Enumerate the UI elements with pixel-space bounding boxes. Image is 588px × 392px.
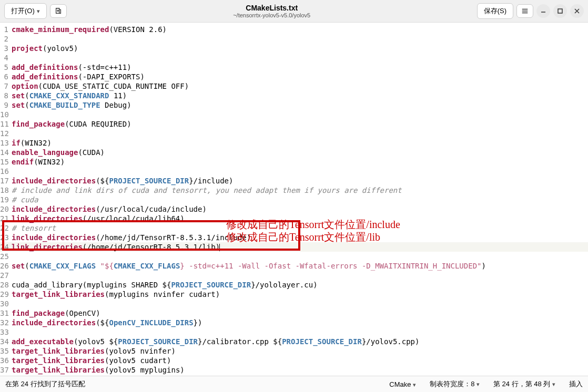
code-line[interactable]: 27 (0, 271, 588, 280)
code-line[interactable]: 8set(CMAKE_CXX_STANDARD 11) (0, 91, 588, 100)
code-line[interactable]: 21link_directories(/usr/local/cuda/lib64… (0, 214, 588, 223)
code-line[interactable]: 25 (0, 252, 588, 261)
code-line[interactable]: 32include_directories(${OpenCV_INCLUDE_D… (0, 318, 588, 327)
line-number: 16 (0, 167, 12, 176)
status-language[interactable]: CMake ▾ (389, 380, 416, 388)
code-line[interactable]: 13if(WIN32) (0, 138, 588, 148)
titlebar-center: CMakeLists.txt ~/tensorrtx-yolov5-v5.0/y… (67, 4, 477, 18)
window-title: CMakeLists.txt (67, 4, 477, 12)
code-line[interactable]: 5add_definitions(-std=c++11) (0, 63, 588, 72)
line-code: cuda_add_library(myplugins SHARED ${PROJ… (12, 280, 588, 290)
code-line[interactable]: 30 (0, 299, 588, 308)
editor-area[interactable]: 1cmake_minimum_required(VERSION 2.6)23pr… (0, 23, 588, 376)
line-code: add_definitions(-DAPI_EXPORTS) (12, 72, 588, 81)
line-number: 4 (0, 53, 12, 63)
line-code: include_directories(${PROJECT_SOURCE_DIR… (12, 176, 588, 185)
chevron-down-icon: ▾ (552, 381, 555, 387)
code-line[interactable]: 6add_definitions(-DAPI_EXPORTS) (0, 72, 588, 81)
line-code: enable_language(CUDA) (12, 148, 588, 157)
titlebar-right: 保存(S) (477, 3, 584, 19)
line-number: 37 (0, 365, 12, 375)
code-line[interactable]: 36target_link_libraries(yolov5 cudart) (0, 356, 588, 365)
status-tabwidth[interactable]: 制表符宽度：8 ▾ (430, 379, 480, 389)
status-position[interactable]: 第 24 行，第 48 列 ▾ (493, 379, 555, 389)
code-line[interactable]: 31find_package(OpenCV) (0, 308, 588, 318)
line-number: 29 (0, 290, 12, 299)
window-subtitle: ~/tensorrtx-yolov5-v5.0/yolov5 (67, 12, 477, 18)
line-code: find_package(OpenCV) (12, 308, 588, 318)
code-line[interactable]: 22# tensorrt (0, 223, 588, 233)
code-line[interactable]: 14enable_language(CUDA) (0, 148, 588, 157)
code-line[interactable]: 3project(yolov5) (0, 44, 588, 53)
code-line[interactable]: 23include_directories(/home/jd/TensorRT-… (0, 233, 588, 242)
code-line[interactable]: 9set(CMAKE_BUILD_TYPE Debug) (0, 100, 588, 110)
line-code: set(CMAKE_CXX_FLAGS "${CMAKE_CXX_FLAGS} … (12, 261, 588, 271)
line-number: 3 (0, 44, 12, 53)
line-number: 34 (0, 337, 12, 346)
line-number: 23 (0, 233, 12, 242)
code-line[interactable]: 4 (0, 53, 588, 63)
line-number: 8 (0, 91, 12, 100)
statusbar: 在第 24 行找到了括号匹配 CMake ▾ 制表符宽度：8 ▾ 第 24 行，… (0, 376, 588, 392)
code-line[interactable]: 24link_directories(/home/jd/TensorRT-8.5… (0, 242, 588, 252)
line-number: 7 (0, 81, 12, 91)
code-line[interactable]: 18# include and link dirs of cuda and te… (0, 185, 588, 195)
line-number: 27 (0, 271, 12, 280)
open-button[interactable]: 打开(O) ▾ (4, 3, 47, 19)
line-code: if(WIN32) (12, 138, 588, 148)
code-line[interactable]: 17include_directories(${PROJECT_SOURCE_D… (0, 176, 588, 185)
line-code (12, 110, 588, 119)
line-number: 14 (0, 148, 12, 157)
code-line[interactable]: 10 (0, 110, 588, 119)
code-line[interactable]: 37target_link_libraries(yolov5 myplugins… (0, 365, 588, 375)
line-code: add_definitions(-std=c++11) (12, 63, 588, 72)
code-line[interactable]: 16 (0, 167, 588, 176)
line-number: 18 (0, 185, 12, 195)
line-code: include_directories(${OpenCV_INCLUDE_DIR… (12, 318, 588, 327)
status-mode: 插入 (569, 379, 583, 389)
code-line[interactable]: 29target_link_libraries(myplugins nvinfe… (0, 290, 588, 299)
minimize-icon (541, 8, 546, 14)
code-line[interactable]: 34add_executable(yolov5 ${PROJECT_SOURCE… (0, 337, 588, 346)
code-line[interactable]: 11find_package(CUDA REQUIRED) (0, 119, 588, 129)
minimize-button[interactable] (536, 4, 550, 18)
code-line[interactable]: 19# cuda (0, 195, 588, 204)
line-number: 15 (0, 157, 12, 167)
line-code (12, 167, 588, 176)
line-code (12, 34, 588, 44)
open-label: 打开(O) (11, 6, 35, 16)
code-line[interactable]: 28cuda_add_library(myplugins SHARED ${PR… (0, 280, 588, 290)
code-line[interactable]: 7option(CUDA_USE_STATIC_CUDA_RUNTIME OFF… (0, 81, 588, 91)
code-line[interactable]: 33 (0, 327, 588, 337)
close-button[interactable] (570, 4, 584, 18)
code-line[interactable]: 1cmake_minimum_required(VERSION 2.6) (0, 25, 588, 34)
line-number: 20 (0, 204, 12, 214)
line-code: project(yolov5) (12, 44, 588, 53)
line-code: add_executable(yolov5 ${PROJECT_SOURCE_D… (12, 337, 588, 346)
code-line[interactable]: 15endif(WIN32) (0, 157, 588, 167)
line-number: 26 (0, 261, 12, 271)
line-code: link_directories(/home/jd/TensorRT-8.5.3… (12, 242, 588, 252)
code-line[interactable]: 2 (0, 34, 588, 44)
line-code: find_package(CUDA REQUIRED) (12, 119, 588, 129)
new-tab-icon (55, 7, 62, 15)
save-button[interactable]: 保存(S) (477, 3, 513, 19)
line-code: set(CMAKE_BUILD_TYPE Debug) (12, 100, 588, 110)
menu-button[interactable] (516, 4, 533, 18)
code-line[interactable]: 35target_link_libraries(yolov5 nvinfer) (0, 346, 588, 356)
line-number: 2 (0, 34, 12, 44)
line-code (12, 252, 588, 261)
code-line[interactable]: 20include_directories(/usr/local/cuda/in… (0, 204, 588, 214)
code-line[interactable]: 12 (0, 129, 588, 138)
code-line[interactable]: 26set(CMAKE_CXX_FLAGS "${CMAKE_CXX_FLAGS… (0, 261, 588, 271)
titlebar: 打开(O) ▾ CMakeLists.txt ~/tensorrtx-yolov… (0, 0, 588, 23)
line-number: 35 (0, 346, 12, 356)
maximize-icon (557, 8, 563, 14)
new-tab-button[interactable] (50, 4, 67, 18)
maximize-button[interactable] (553, 4, 567, 18)
line-number: 12 (0, 129, 12, 138)
line-code (12, 53, 588, 63)
line-number: 28 (0, 280, 12, 290)
chevron-down-icon: ▾ (37, 8, 40, 15)
line-number: 13 (0, 138, 12, 148)
